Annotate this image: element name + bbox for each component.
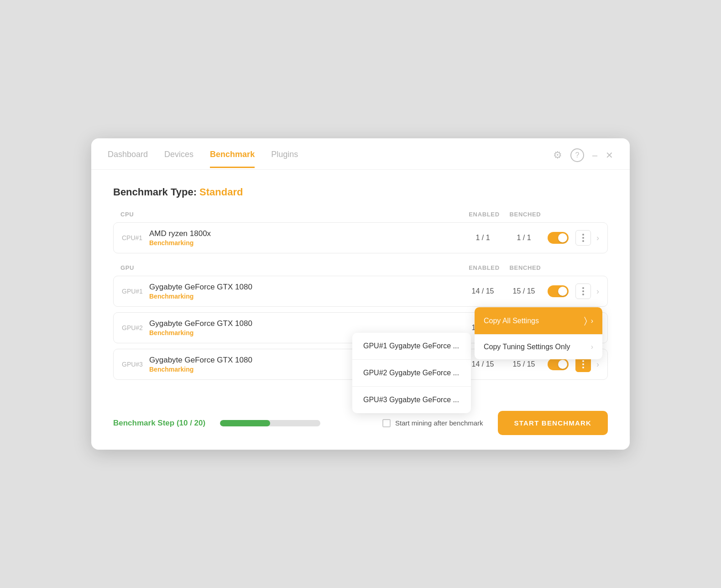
cpu1-benched: 1 / 1 <box>503 234 544 242</box>
close-icon[interactable]: ✕ <box>606 150 613 161</box>
cpu1-enabled: 1 / 1 <box>462 234 503 242</box>
benchmark-type-label: Benchmark Type: Standard <box>113 186 608 198</box>
progress-bar <box>220 420 320 426</box>
cpu1-info: AMD ryzen 1800x Benchmarking <box>149 229 462 247</box>
gpu1-chevron[interactable]: › <box>596 287 599 296</box>
start-benchmark-button[interactable]: START BENCHMARK <box>498 411 608 435</box>
cpu1-id: CPU#1 <box>122 234 149 242</box>
gpu-row-1: GPU#1 Gygabyte GeForce GTX 1080 Benchmar… <box>113 276 608 307</box>
copy-menu: Copy All Settings 〉 › Copy Tuning Settin… <box>475 307 602 359</box>
cpu1-toggle[interactable] <box>548 232 569 244</box>
benchmark-type-value: Standard <box>199 186 243 198</box>
cpu1-status: Benchmarking <box>149 239 462 247</box>
gpu1-benched: 15 / 15 <box>503 287 544 295</box>
gpu3-id: GPU#3 <box>122 361 149 368</box>
gpu1-toggle[interactable] <box>548 285 569 297</box>
dot2 <box>582 290 584 292</box>
settings-icon[interactable]: ⚙ <box>553 149 562 161</box>
progress-fill <box>220 420 270 426</box>
help-icon[interactable]: ? <box>570 148 584 162</box>
gpu-benched-header: BENCHED <box>505 264 546 271</box>
submenu-gpu3[interactable]: GPU#3 Gygabyte GeForce ... <box>352 387 471 413</box>
copy-all-label: Copy All Settings <box>484 317 539 325</box>
dot3 <box>582 294 584 295</box>
cpu-section: CPU ENABLED BENCHED CPU#1 AMD ryzen 1800… <box>113 211 608 253</box>
top-nav: Dashboard Devices Benchmark Plugins ⚙ ? … <box>91 138 630 170</box>
minimize-icon[interactable]: – <box>592 150 597 161</box>
start-mining-checkbox[interactable] <box>382 419 391 427</box>
submenu-gpu2[interactable]: GPU#2 Gygabyte GeForce ... <box>352 360 471 387</box>
gpu1-status: Benchmarking <box>149 293 462 300</box>
dot1 <box>582 287 584 289</box>
cpu-row-1: CPU#1 AMD ryzen 1800x Benchmarking 1 / 1… <box>113 222 608 253</box>
nav-actions: ⚙ ? – ✕ <box>553 148 613 169</box>
nav-links: Dashboard Devices Benchmark Plugins <box>108 150 553 168</box>
gpu2-id: GPU#2 <box>122 324 149 331</box>
gpu-enabled-header: ENABLED <box>464 264 505 271</box>
gpu1-id: GPU#1 <box>122 288 149 295</box>
gpu-section-header: GPU ENABLED BENCHED <box>113 264 608 271</box>
main-content: Benchmark Type: Standard CPU ENABLED BEN… <box>91 170 630 400</box>
start-mining-text: Start mining after benchmark <box>395 419 483 427</box>
copy-tuning-label: Copy Tuning Settings Only <box>484 343 570 351</box>
gpu1-name: Gygabyte GeForce GTX 1080 <box>149 283 462 292</box>
cpu-enabled-header: ENABLED <box>464 211 505 218</box>
gpu-label: GPU <box>120 264 464 271</box>
submenu-gpu1[interactable]: GPU#1 Gygabyte GeForce ... <box>352 333 471 360</box>
cursor-icon: 〉 <box>584 315 587 326</box>
nav-plugins[interactable]: Plugins <box>271 150 298 168</box>
copy-tuning-settings[interactable]: Copy Tuning Settings Only › <box>475 335 602 359</box>
gpu1-toggle-wrap <box>544 285 572 297</box>
dot1 <box>582 234 584 236</box>
cpu1-name: AMD ryzen 1800x <box>149 229 462 238</box>
submenu-list: GPU#1 Gygabyte GeForce ... GPU#2 Gygabyt… <box>352 333 471 413</box>
dot2 <box>582 237 584 239</box>
start-mining-checkbox-label[interactable]: Start mining after benchmark <box>382 419 483 427</box>
cpu1-chevron[interactable]: › <box>596 233 599 243</box>
cpu1-toggle-wrap <box>544 232 572 244</box>
benchmark-step-label: Benchmark Step (10 / 20) <box>113 419 205 428</box>
nav-benchmark[interactable]: Benchmark <box>210 150 255 168</box>
context-menu: GPU#1 Gygabyte GeForce ... GPU#2 Gygabyt… <box>352 307 602 413</box>
gpu1-enabled: 14 / 15 <box>462 287 503 295</box>
cpu-label: CPU <box>120 211 464 218</box>
copy-tuning-chevron: › <box>591 343 593 351</box>
app-window: Dashboard Devices Benchmark Plugins ⚙ ? … <box>91 138 630 450</box>
nav-dashboard[interactable]: Dashboard <box>108 150 148 168</box>
gpu1-dots-btn[interactable] <box>575 284 591 299</box>
cpu1-dots-btn[interactable] <box>575 230 591 246</box>
copy-all-chevron: › <box>591 317 593 325</box>
cpu-section-header: CPU ENABLED BENCHED <box>113 211 608 218</box>
dot3 <box>582 240 584 242</box>
nav-devices[interactable]: Devices <box>164 150 193 168</box>
copy-all-settings[interactable]: Copy All Settings 〉 › <box>475 307 602 335</box>
gpu1-info: Gygabyte GeForce GTX 1080 Benchmarking <box>149 283 462 300</box>
cpu-benched-header: BENCHED <box>505 211 546 218</box>
